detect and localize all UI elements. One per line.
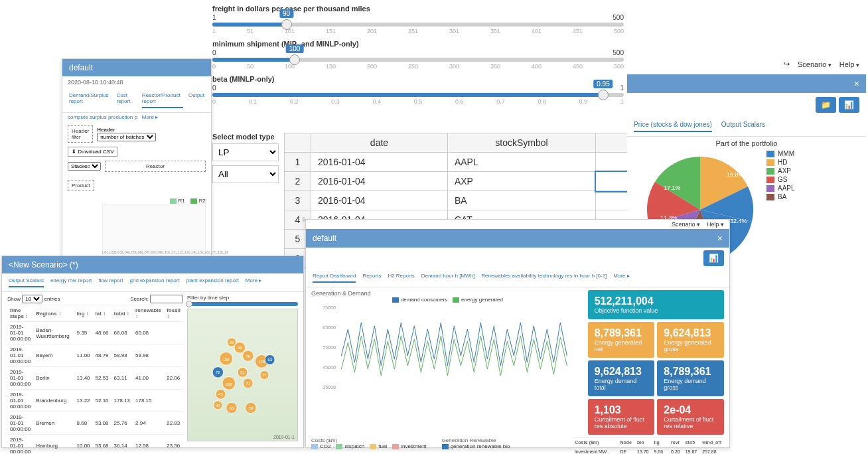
slider-beta-label: beta (MINLP-only) bbox=[212, 75, 624, 83]
svg-text:63: 63 bbox=[268, 358, 272, 362]
svg-text:45000: 45000 bbox=[323, 365, 336, 370]
svg-text:72: 72 bbox=[216, 370, 220, 374]
gen-demand-chart: 7500065000550004500035000 bbox=[311, 303, 584, 396]
chart-button[interactable]: 📊 bbox=[839, 97, 859, 113]
slider-max: 500 bbox=[613, 14, 624, 21]
time-slider[interactable] bbox=[187, 302, 298, 306]
svg-text:31: 31 bbox=[240, 370, 244, 374]
reactor-button[interactable]: Reactor bbox=[105, 161, 206, 172]
dashboard-tabs: Report DashboardReportsH2 ReportsDemand … bbox=[306, 269, 729, 287]
slider-minship-track[interactable]: 100 bbox=[212, 58, 624, 62]
svg-text:66: 66 bbox=[230, 406, 234, 410]
svg-text:59: 59 bbox=[249, 406, 253, 410]
slider-thumb[interactable] bbox=[289, 54, 300, 65]
legend-demand: demand consumers bbox=[401, 297, 447, 303]
filter-label: Filter by time step bbox=[187, 295, 298, 301]
gen-renewable-title: Generation Renewable bbox=[442, 437, 569, 443]
costs-legend: CO2dispatchfuelinvestmentinvestment and … bbox=[311, 443, 438, 454]
login-icon[interactable]: ↪ bbox=[784, 60, 790, 68]
header-field-select[interactable]: number of batches bbox=[97, 133, 156, 141]
slider-beta-track[interactable]: 0.95 bbox=[212, 93, 624, 97]
slider-max: 1 bbox=[620, 84, 624, 92]
kpi-grid: 512,211,004Objective function value8,789… bbox=[588, 290, 724, 435]
scenario-panel: <New Scenario> (*) Output Scalarsenergy … bbox=[1, 256, 304, 448]
slider-freight: freight in dollars per case per thousand… bbox=[212, 3, 624, 38]
chart-button[interactable]: 📊 bbox=[703, 250, 724, 266]
subtitle: compute surplus production p bbox=[68, 114, 137, 120]
slider-ticks: 151101151201251301351401451500 bbox=[212, 28, 624, 35]
close-icon[interactable]: × bbox=[717, 233, 723, 244]
svg-text:32.4%: 32.4% bbox=[730, 218, 747, 224]
scenario-dropdown[interactable]: Scenario bbox=[798, 60, 832, 68]
costs-title: Costs ($m) bbox=[311, 437, 438, 443]
tab-price[interactable]: Price (stocks & dow jones) bbox=[634, 121, 712, 132]
entries-label: entries bbox=[44, 296, 60, 302]
tab-output-scalars[interactable]: Output Scalars bbox=[721, 121, 765, 132]
reactor-panel: default 2020-08-10 10:40:48 Demand/Surpl… bbox=[62, 58, 212, 258]
panel-title: <New Scenario> (*) bbox=[9, 260, 78, 269]
legend-r2: R2 bbox=[199, 198, 206, 204]
chart-type-select[interactable]: Stacked bar chart bbox=[68, 162, 101, 171]
pie-legend: MMMHDAXPGSAAPLBA bbox=[766, 150, 795, 269]
slider-minship: minimum shipment (MIP- and MINLP-only) 0… bbox=[212, 38, 624, 74]
renew-legend: generation renewable biogeneration renew… bbox=[442, 443, 569, 454]
panel-title: default bbox=[313, 234, 336, 243]
product-button[interactable]: Product bbox=[68, 180, 94, 191]
slider-minship-label: minimum shipment (MIP- and MINLP-only) bbox=[212, 40, 624, 48]
svg-text:19.8%: 19.8% bbox=[727, 171, 744, 178]
reactor-bar-chart bbox=[102, 204, 206, 250]
svg-text:71: 71 bbox=[246, 382, 250, 386]
costs-table: Costs ($m)Nodebioligrsvrsto5wind_offinve… bbox=[572, 437, 724, 454]
legend-r1: R1 bbox=[179, 198, 185, 204]
reactor-tabs: Demand/Surplus reportCost reportReactor/… bbox=[62, 88, 211, 113]
svg-text:178: 178 bbox=[259, 360, 265, 364]
show-label: Show bbox=[7, 296, 21, 302]
slider-freight-label: freight in dollars per case per thousand… bbox=[212, 5, 624, 13]
legend-generated: energy generated bbox=[461, 297, 503, 303]
svg-text:55000: 55000 bbox=[323, 345, 336, 350]
folder-button[interactable]: 📁 bbox=[816, 97, 836, 113]
svg-text:35000: 35000 bbox=[323, 385, 336, 390]
header-label: Header bbox=[97, 127, 115, 133]
slider-thumb[interactable] bbox=[281, 19, 292, 30]
map[interactable]: 26 36 168 76 178 63 72 31 37 202 71 45 4… bbox=[187, 309, 298, 441]
slider-value-badge: 0.95 bbox=[593, 80, 613, 88]
region-table: time steps ↕Regions ↕lng ↕lat ↕total ↕re… bbox=[7, 305, 183, 454]
svg-text:45: 45 bbox=[218, 392, 222, 396]
svg-text:26: 26 bbox=[230, 340, 234, 344]
help-dropdown[interactable]: Help bbox=[839, 60, 859, 68]
scenario-dropdown[interactable]: Scenario bbox=[672, 221, 700, 228]
slider-value-badge: 100 bbox=[286, 44, 304, 53]
slider-ticks: 00.10.20.30.40.50.60.70.80.91 bbox=[212, 98, 624, 105]
slider-min: 0 bbox=[212, 84, 216, 92]
timestamp: 2020-08-10 10:40:48 bbox=[62, 76, 211, 88]
svg-text:75000: 75000 bbox=[323, 305, 336, 310]
slider-value-badge: 90 bbox=[279, 9, 293, 18]
slider-beta: beta (MINLP-only) 01 0.95 00.10.20.30.40… bbox=[212, 74, 624, 109]
pie-title: Part of the portfolio bbox=[627, 137, 866, 150]
header-box: Headerfilter bbox=[68, 125, 93, 143]
close-icon[interactable]: × bbox=[854, 78, 859, 89]
svg-text:40: 40 bbox=[216, 404, 220, 408]
model-filter[interactable]: All bbox=[212, 165, 279, 183]
gen-demand-title: Generation & Demand bbox=[311, 290, 584, 297]
help-dropdown[interactable]: Help bbox=[707, 221, 724, 228]
slider-thumb[interactable] bbox=[598, 90, 609, 100]
download-csv-button[interactable]: ⬇ Download CSV bbox=[68, 147, 117, 157]
show-entries-select[interactable]: 10 bbox=[22, 295, 42, 303]
slider-max: 500 bbox=[613, 49, 624, 56]
scenario-tabs: Output Scalarsenergy mix reportflow repo… bbox=[2, 273, 303, 292]
svg-text:202: 202 bbox=[226, 382, 232, 386]
chart-xticks: L01L02L03L04L05L06L07L08L09L10L11L12L13L… bbox=[102, 250, 206, 254]
model-select-label: Select model type bbox=[212, 133, 279, 141]
slider-freight-track[interactable]: 90 bbox=[212, 23, 624, 27]
svg-text:37: 37 bbox=[262, 373, 266, 377]
svg-text:65000: 65000 bbox=[323, 325, 336, 330]
model-select[interactable]: LP bbox=[212, 143, 279, 161]
svg-text:36: 36 bbox=[238, 346, 242, 350]
more-link[interactable]: More ▸ bbox=[142, 114, 158, 120]
search-label: Search: bbox=[130, 296, 149, 302]
svg-text:168: 168 bbox=[223, 358, 230, 362]
svg-text:76: 76 bbox=[246, 354, 250, 358]
search-input[interactable] bbox=[150, 295, 183, 303]
